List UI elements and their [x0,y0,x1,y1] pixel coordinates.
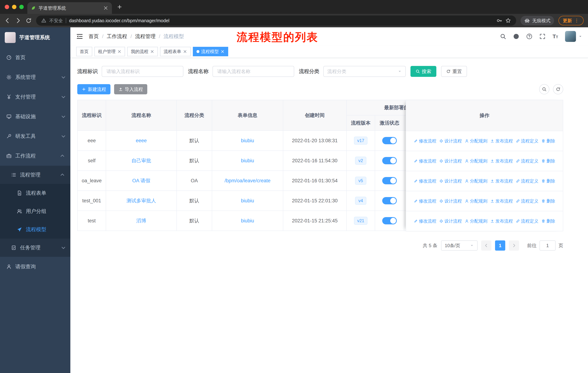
sidebar-item-home[interactable]: 首页 [0,48,70,67]
assign-rule-link[interactable]: 分配规则 [465,198,487,204]
sidebar-item-user-group[interactable]: 用户分组 [0,202,70,220]
active-toggle[interactable] [382,157,397,164]
sidebar-fold-icon[interactable] [76,33,83,40]
sidebar-item-process-model[interactable]: 流程模型 [0,220,70,239]
tag-my-process[interactable]: 我的流程 [127,47,158,56]
process-name-input[interactable] [212,66,294,77]
edit-process-link[interactable]: 修改流程 [414,158,436,164]
active-toggle[interactable] [382,217,397,224]
assign-rule-link[interactable]: 分配规则 [465,178,487,184]
close-icon[interactable] [150,50,154,53]
table-scroll-area[interactable]: 流程标识 流程名称 流程分类 表单信息 创建时间 最新部署的流程定义 流程版本 [77,100,406,231]
tag-process-form[interactable]: 流程表单 [160,47,191,56]
process-key-input[interactable] [102,66,183,77]
new-tab-button[interactable] [117,4,123,10]
goto-page-input[interactable] [539,240,556,251]
sidebar-item-system[interactable]: 系统管理 [0,67,70,87]
assign-rule-link[interactable]: 分配规则 [465,218,487,224]
create-process-button[interactable]: 新建流程 [77,84,110,94]
sidebar-item-payment[interactable]: 支付管理 [0,87,70,107]
import-process-button[interactable]: 导入流程 [114,84,147,94]
refresh-table-button[interactable] [553,84,563,94]
design-process-link[interactable]: 设计流程 [439,138,462,144]
address-bar[interactable]: 不安全 dashboard.yudao.iocoder.cn/bpm/manag… [36,15,516,26]
fullscreen-icon[interactable] [539,33,546,40]
form-info-link[interactable]: biubiu [241,198,254,203]
publish-process-link[interactable]: 发布流程 [490,138,513,144]
back-icon[interactable] [4,18,10,24]
help-icon[interactable] [526,33,532,40]
breadcrumb-process-management[interactable]: 流程管理 [135,33,160,40]
edit-process-link[interactable]: 修改流程 [414,178,436,184]
reload-icon[interactable] [26,18,32,24]
process-definition-link[interactable]: 流程定义 [516,178,538,184]
tag-process-model-active[interactable]: 流程模型 [193,47,228,56]
process-definition-link[interactable]: 流程定义 [516,138,538,144]
close-icon[interactable] [117,50,121,53]
active-toggle[interactable] [382,177,397,184]
sidebar-item-process-form[interactable]: 流程表单 [0,184,70,202]
publish-process-link[interactable]: 发布流程 [490,178,513,184]
active-toggle[interactable] [382,197,397,204]
design-process-link[interactable]: 设计流程 [439,178,462,184]
sidebar-item-devtools[interactable]: 研发工具 [0,126,70,146]
publish-process-link[interactable]: 发布流程 [490,158,513,164]
active-toggle[interactable] [382,137,397,144]
browser-menu-icon[interactable] [574,18,579,23]
tag-tenant[interactable]: 租户管理 [94,47,125,56]
form-info-link[interactable]: biubiu [241,158,254,163]
tag-home[interactable]: 首页 [76,47,92,56]
sidebar-item-infra[interactable]: 基础设施 [0,107,70,126]
user-avatar[interactable] [565,31,576,42]
process-definition-link[interactable]: 流程定义 [516,218,538,224]
next-page-button[interactable] [509,240,519,251]
tab-close-icon[interactable] [103,5,108,10]
browser-update-button[interactable]: 更新 [558,16,584,25]
form-info-link[interactable]: biubiu [241,138,254,143]
breadcrumb-workflow[interactable]: 工作流程 [107,33,132,40]
design-process-link[interactable]: 设计流程 [439,218,462,224]
bookmark-star-icon[interactable] [505,18,511,23]
forward-icon[interactable] [15,18,21,24]
process-name-link[interactable]: 滔博 [136,218,146,223]
current-page-button[interactable]: 1 [495,240,505,251]
close-window-button[interactable] [5,5,9,9]
toggle-search-button[interactable] [539,84,549,94]
minimize-window-button[interactable] [12,5,16,9]
edit-process-link[interactable]: 修改流程 [414,138,436,144]
delete-process-link[interactable]: 删除 [541,198,555,204]
assign-rule-link[interactable]: 分配规则 [465,138,487,144]
process-category-select[interactable]: 流程分类 [323,66,406,77]
design-process-link[interactable]: 设计流程 [439,158,462,164]
maximize-window-button[interactable] [19,5,24,9]
close-icon[interactable] [220,50,225,53]
delete-process-link[interactable]: 删除 [541,158,555,164]
github-icon[interactable] [513,33,519,40]
reset-button[interactable]: 重置 [441,66,467,77]
assign-rule-link[interactable]: 分配规则 [465,158,487,164]
process-name-link[interactable]: 自己审批 [131,158,151,163]
page-size-select[interactable]: 10条/页 [441,240,478,251]
search-icon[interactable] [500,33,506,40]
form-info-link[interactable]: /bpm/oa/leave/create [225,178,271,183]
delete-process-link[interactable]: 删除 [541,138,555,144]
password-key-icon[interactable] [496,18,502,23]
browser-tab[interactable]: 芋道管理系统 [27,2,112,14]
breadcrumb-home[interactable]: 首页 [89,33,104,40]
process-definition-link[interactable]: 流程定义 [516,198,538,204]
sidebar-item-leave-query[interactable]: 请假查询 [0,257,70,276]
font-size-icon[interactable]: TT [552,33,558,40]
process-name-link[interactable]: eeee [136,138,147,143]
search-button[interactable]: 搜索 [410,66,436,77]
sidebar-item-workflow[interactable]: 工作流程 [0,146,70,166]
publish-process-link[interactable]: 发布流程 [490,198,513,204]
form-info-link[interactable]: biubiu [241,218,254,223]
delete-process-link[interactable]: 删除 [541,218,555,224]
sidebar-item-task-management[interactable]: 任务管理 [0,239,70,257]
delete-process-link[interactable]: 删除 [541,178,555,184]
prev-page-button[interactable] [481,240,491,251]
sidebar-item-process-management[interactable]: 流程管理 [0,166,70,184]
edit-process-link[interactable]: 修改流程 [414,218,436,224]
process-definition-link[interactable]: 流程定义 [516,158,538,164]
process-name-link[interactable]: 测试多审批人 [126,198,156,203]
